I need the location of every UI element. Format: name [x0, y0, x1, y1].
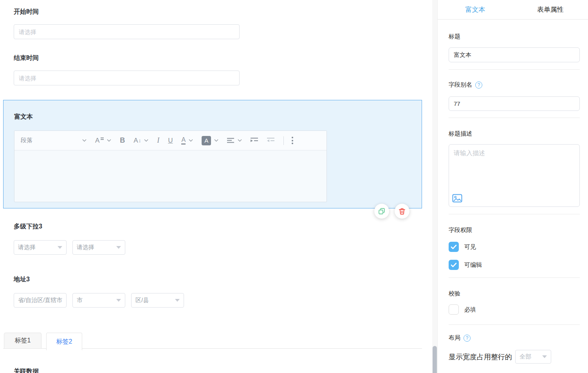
required-checkbox-label: 必填 — [464, 306, 476, 313]
layout-width-value: 全部 — [519, 353, 540, 360]
background-color-button[interactable]: A — [202, 136, 211, 145]
rich-text-label: 富文本 — [14, 113, 33, 121]
indent-icon — [251, 138, 258, 143]
indent-button[interactable] — [251, 138, 258, 143]
section-divider — [449, 118, 580, 118]
title-input[interactable] — [449, 47, 580, 62]
multi-dropdown-select-2[interactable]: 请选择 — [72, 240, 125, 255]
insert-image-button[interactable] — [452, 193, 462, 203]
canvas-tab-2[interactable]: 标签2 — [46, 333, 82, 350]
panel-tab-field[interactable]: 富文本 — [438, 0, 513, 19]
chevron-down-icon[interactable] — [107, 139, 111, 142]
image-icon — [452, 193, 462, 203]
select-placeholder: 省/自治区/直辖市 — [18, 297, 62, 304]
font-family-bars-icon — [101, 138, 104, 139]
caret-down-icon — [116, 299, 121, 302]
caret-down-icon — [175, 299, 180, 302]
description-label: 标题描述 — [449, 130, 472, 138]
canvas-scrollbar[interactable] — [432, 0, 437, 373]
checkbox-checked-icon[interactable] — [449, 242, 459, 252]
select-placeholder: 请选择 — [77, 244, 114, 251]
address-district-select[interactable]: 区/县 — [131, 293, 184, 308]
caret-down-icon — [542, 355, 547, 358]
visible-checkbox-label: 可见 — [464, 243, 476, 251]
description-textarea[interactable] — [449, 145, 579, 191]
layout-label: 布局 ? — [449, 334, 471, 342]
caret-down-icon — [58, 246, 62, 249]
alias-input[interactable] — [449, 96, 580, 111]
multi-dropdown-label: 多级下拉3 — [14, 223, 42, 231]
trash-icon — [398, 207, 406, 215]
layout-width-row: 显示宽度占用整行的 全部 — [449, 350, 551, 364]
section-divider — [449, 69, 580, 70]
editable-checkbox-row[interactable]: 可编辑 — [449, 260, 482, 270]
end-time-label: 结束时间 — [14, 54, 39, 62]
chevron-down-icon — [82, 139, 87, 142]
toolbar-divider — [283, 136, 284, 145]
delete-field-button[interactable] — [395, 204, 409, 219]
start-time-label: 开始时间 — [14, 8, 39, 16]
title-label: 标题 — [449, 33, 460, 40]
help-icon[interactable]: ? — [475, 81, 482, 89]
panel-tabs: 富文本 表单属性 — [438, 0, 588, 20]
section-divider — [449, 214, 580, 214]
related-data-label: 关联数据 — [14, 368, 39, 373]
align-button[interactable] — [227, 138, 234, 143]
more-options-button[interactable] — [292, 137, 293, 144]
panel-tab-form-props[interactable]: 表单属性 — [513, 0, 588, 19]
updown-arrow-icon: ↕ — [139, 138, 141, 143]
description-textarea-wrap — [449, 144, 580, 207]
help-icon[interactable]: ? — [464, 335, 471, 342]
paragraph-style-select[interactable]: 段落 — [21, 137, 87, 144]
chevron-down-icon[interactable] — [238, 139, 242, 142]
underline-button[interactable]: U — [168, 137, 173, 145]
start-time-input[interactable] — [14, 24, 240, 39]
rich-text-field-selected[interactable]: 富文本 段落 A B A ↕ — [3, 100, 422, 208]
bold-button[interactable]: B — [120, 136, 125, 145]
paragraph-style-value: 段落 — [21, 137, 32, 144]
select-placeholder: 区/县 — [135, 297, 173, 304]
chevron-down-icon[interactable] — [189, 139, 193, 142]
editable-checkbox-label: 可编辑 — [464, 261, 482, 269]
layout-label-text: 布局 — [449, 334, 460, 342]
font-color-button[interactable]: A — [181, 137, 186, 145]
chevron-down-icon[interactable] — [214, 139, 218, 142]
address-city-select[interactable]: 市 — [72, 293, 125, 308]
alias-label-text: 字段别名 — [449, 81, 472, 89]
end-time-input[interactable] — [14, 71, 240, 85]
outdent-button[interactable] — [267, 138, 275, 143]
copy-field-button[interactable] — [374, 204, 389, 219]
rich-text-content-area[interactable] — [14, 150, 326, 202]
font-size-button[interactable]: A ↕ — [133, 137, 141, 145]
layout-width-select[interactable]: 全部 — [515, 350, 551, 364]
required-checkbox-row[interactable]: 必填 — [449, 304, 476, 315]
alias-label: 字段别名 ? — [449, 81, 482, 89]
align-icon — [227, 138, 234, 143]
outdent-icon — [267, 138, 275, 143]
scrollbar-thumb[interactable] — [433, 346, 437, 373]
validation-label: 校验 — [449, 290, 460, 297]
permissions-label: 字段权限 — [449, 226, 472, 234]
copy-icon — [378, 207, 386, 215]
select-placeholder: 请选择 — [18, 244, 55, 251]
checkbox-unchecked-icon[interactable] — [449, 304, 459, 315]
canvas-tab-1[interactable]: 标签1 — [4, 333, 41, 349]
form-canvas: 开始时间 结束时间 富文本 段落 A B — [0, 0, 432, 373]
font-family-button[interactable]: A — [95, 137, 104, 145]
select-placeholder: 市 — [77, 297, 114, 304]
font-size-icon: A — [133, 137, 138, 145]
rich-text-editor[interactable]: 段落 A B A ↕ I U — [14, 130, 327, 202]
multi-dropdown-select-1[interactable]: 请选择 — [14, 240, 67, 255]
address-label: 地址3 — [14, 275, 30, 284]
caret-down-icon — [116, 246, 121, 249]
properties-panel: 富文本 表单属性 标题 字段别名 ? 标题描述 字段权限 — [437, 0, 588, 373]
form-builder: 开始时间 结束时间 富文本 段落 A B — [0, 0, 588, 373]
chevron-down-icon[interactable] — [144, 139, 148, 142]
checkbox-checked-icon[interactable] — [449, 260, 459, 270]
address-province-select[interactable]: 省/自治区/直辖市 — [14, 293, 67, 308]
layout-width-text: 显示宽度占用整行的 — [449, 352, 512, 362]
font-family-icon: A — [95, 137, 99, 145]
visible-checkbox-row[interactable]: 可见 — [449, 242, 476, 252]
rich-text-toolbar: 段落 A B A ↕ I U — [14, 131, 326, 150]
italic-button[interactable]: I — [157, 136, 159, 145]
